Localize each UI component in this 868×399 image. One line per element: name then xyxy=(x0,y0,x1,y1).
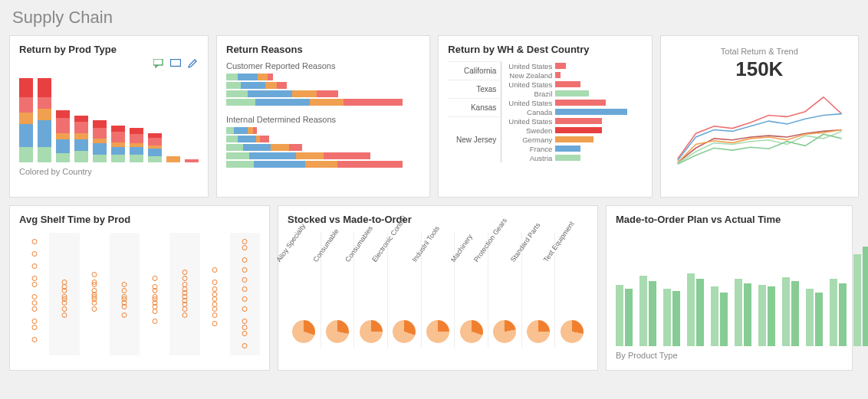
scatter-point xyxy=(152,276,157,281)
wh-bar xyxy=(555,100,606,106)
plan-bar xyxy=(815,293,823,346)
scatter-point xyxy=(242,245,248,250)
bar-segment xyxy=(226,90,248,97)
plan-bar xyxy=(768,286,775,346)
dashboard-row-2: Avg Shelf Time by Prod Stocked vs Made-t… xyxy=(9,205,859,371)
scatter-point xyxy=(31,306,37,312)
wh-country-label: Brazil xyxy=(501,90,555,98)
scatter-point xyxy=(242,286,248,292)
scatter-point xyxy=(182,312,187,318)
bar-segment xyxy=(19,124,33,147)
scatter-point xyxy=(122,312,127,318)
scatter-point xyxy=(31,337,37,342)
bar-segment xyxy=(93,120,107,128)
wh-country-label: United States xyxy=(501,62,555,70)
wh-country-label: United States xyxy=(501,117,555,126)
scatter-point xyxy=(92,288,97,293)
chart-customer-reasons xyxy=(226,74,420,106)
wh-group-label: Texas xyxy=(448,80,501,98)
bar-segment xyxy=(38,147,51,162)
bar-segment xyxy=(324,152,370,159)
plan-bar xyxy=(758,285,766,346)
scatter-point xyxy=(182,270,187,275)
wh-bar xyxy=(555,109,627,115)
chart-trend-lines xyxy=(670,86,849,170)
card-total-return-trend: Total Return & Trend 150K xyxy=(660,35,859,198)
wh-bar xyxy=(555,72,561,78)
bar-segment xyxy=(289,144,302,151)
plan-bar xyxy=(649,281,656,346)
scatter-point xyxy=(212,286,218,292)
scatter-point xyxy=(242,331,248,336)
maximize-icon[interactable] xyxy=(169,57,182,70)
wh-country-label: Sweden xyxy=(501,126,555,135)
wh-bar xyxy=(555,90,589,96)
bar-segment xyxy=(130,128,143,134)
card-title: Return by Prod Type xyxy=(19,44,199,55)
scatter-point xyxy=(152,309,157,314)
plan-bar xyxy=(830,279,837,346)
bar-segment xyxy=(93,143,107,155)
bar-segment xyxy=(234,127,248,134)
subheading-customer: Customer Reported Reasons xyxy=(226,61,420,70)
scatter-point xyxy=(242,306,248,312)
plan-bar xyxy=(625,289,633,346)
bar-segment xyxy=(130,147,143,155)
subheading-internal: Internal Determined Reasons xyxy=(226,115,420,124)
bar-segment xyxy=(148,156,162,162)
scatter-point xyxy=(61,312,67,318)
bar-segment xyxy=(111,147,125,155)
bar-segment xyxy=(344,99,403,106)
bar-segment xyxy=(241,82,265,89)
card-toolbar xyxy=(153,57,199,70)
bar-segment xyxy=(148,138,162,146)
bar-segment xyxy=(226,161,254,168)
chat-icon[interactable] xyxy=(153,57,165,70)
card-return-by-prod-type: Return by Prod Type Colored by Country xyxy=(9,35,209,198)
scatter-point xyxy=(152,294,157,299)
scatter-point xyxy=(31,251,37,257)
scatter-point xyxy=(212,292,218,297)
chart-shelf-scatter xyxy=(19,233,260,355)
bar-segment xyxy=(19,97,33,113)
card-avg-shelf-time: Avg Shelf Time by Prod xyxy=(9,205,270,371)
scatter-point xyxy=(242,239,248,244)
bar-segment xyxy=(292,90,317,97)
scatter-point xyxy=(61,306,67,312)
scatter-point xyxy=(242,296,248,302)
plan-bar xyxy=(744,283,751,346)
scatter-point xyxy=(212,321,218,326)
scatter-point xyxy=(212,267,218,273)
bar-segment xyxy=(74,151,88,162)
bar-segment xyxy=(248,90,292,97)
plan-bar xyxy=(663,289,671,346)
wh-bar xyxy=(555,146,580,152)
scatter-point xyxy=(92,280,97,285)
wh-country-label: United States xyxy=(501,99,555,107)
scatter-point xyxy=(242,267,248,273)
chart-return-by-prod-type xyxy=(19,70,199,162)
category-label: Alloy Specialty xyxy=(275,222,307,263)
scatter-point xyxy=(92,306,97,312)
bar-segment xyxy=(166,156,180,162)
scatter-point xyxy=(152,319,157,324)
pie-mini xyxy=(326,320,349,343)
scatter-point xyxy=(212,312,218,318)
bar-segment xyxy=(38,97,51,109)
bar-segment xyxy=(130,155,143,162)
bar-segment xyxy=(56,133,70,139)
scatter-point xyxy=(31,325,37,330)
bar-segment xyxy=(258,74,268,80)
bar-segment xyxy=(305,161,337,168)
bar-segment xyxy=(74,122,88,133)
scatter-point xyxy=(31,263,37,269)
plan-bar xyxy=(639,276,647,346)
bar-segment xyxy=(271,144,289,151)
scatter-point xyxy=(31,276,37,281)
bar-segment xyxy=(38,78,51,97)
card-title: Stocked vs Made-to-Order xyxy=(288,214,588,225)
scatter-point xyxy=(31,294,37,299)
plan-bar xyxy=(616,285,623,346)
wh-country-label: Austria xyxy=(501,154,555,162)
edit-icon[interactable] xyxy=(186,57,199,70)
